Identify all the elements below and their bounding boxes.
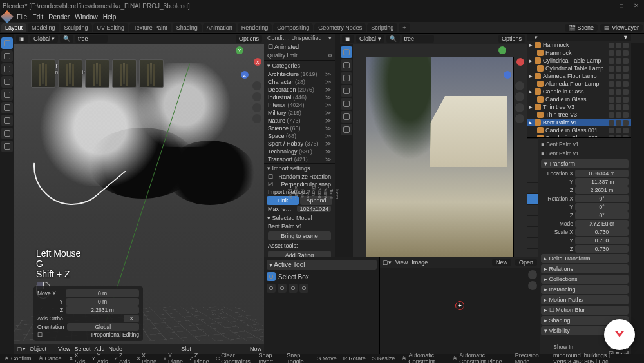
scale-y[interactable]: 0.730 (575, 237, 629, 244)
snap-global[interactable]: Global ▾ (30, 35, 58, 43)
img-zoom-icon[interactable] (528, 270, 537, 279)
tool-transform[interactable] (1, 102, 13, 113)
tool-rotate[interactable] (1, 76, 13, 88)
rtool-measure[interactable] (341, 124, 352, 135)
pan-icon[interactable] (252, 92, 261, 101)
img-open[interactable]: Open (515, 259, 537, 266)
rtool-select[interactable] (341, 46, 352, 58)
outliner-search[interactable] (540, 34, 620, 41)
viewport-filter[interactable] (75, 35, 108, 43)
rtool-rotate[interactable] (341, 85, 352, 97)
viewport-3d[interactable]: ▣ Global ▾ 🔍 Options User Perspective ( (14, 34, 264, 354)
tab-shading[interactable]: Shading (173, 23, 202, 32)
asset-thumb-2[interactable] (58, 59, 82, 88)
sec-motionpaths[interactable]: ▸ Motion Paths (541, 295, 629, 304)
outliner-type-icon[interactable]: ☰▾ (529, 34, 538, 41)
img-new[interactable]: New (492, 259, 511, 266)
ptab-constraints[interactable] (527, 238, 538, 248)
tab-scripting[interactable]: Scripting (367, 23, 397, 32)
footer-add[interactable]: Add (94, 346, 104, 352)
sec-collections[interactable]: ▸ Collections (541, 275, 629, 284)
img-editor-type[interactable]: ▢▾ (383, 259, 392, 266)
nav-gizmo[interactable]: X Y Z (229, 46, 261, 79)
active-tool-header[interactable]: ▾ Active Tool (267, 260, 377, 270)
location-x[interactable]: 0.86344 m (575, 170, 629, 177)
zoom-icon[interactable] (252, 81, 261, 90)
menu-file[interactable]: File (17, 14, 27, 21)
rtool-annotate[interactable] (341, 111, 352, 123)
outliner-row[interactable]: Hammock (527, 49, 631, 57)
select-mode-4[interactable] (299, 284, 308, 293)
select-mode-2[interactable] (278, 284, 287, 293)
tab-texpaint[interactable]: Texture Paint (129, 23, 171, 32)
asset-thumb-3[interactable] (85, 59, 109, 88)
sec-motionblur[interactable]: ▸ ☐ Motion Blur (541, 306, 629, 315)
ptab-viewlayer[interactable] (527, 161, 538, 172)
rotation-x[interactable]: 0° (575, 195, 629, 202)
outliner-row[interactable]: Cylindrical Table Lamp (527, 64, 631, 72)
camera-icon[interactable] (252, 103, 261, 112)
footer-select[interactable]: Select (74, 346, 90, 352)
tool-annotate[interactable] (1, 115, 13, 126)
close-button[interactable]: ✕ (634, 2, 641, 10)
tool-scale[interactable] (1, 89, 13, 101)
asset-thumb-4[interactable] (112, 59, 137, 88)
menu-window[interactable]: Window (75, 14, 98, 21)
outliner-row[interactable]: ▸Candle in Glass (527, 88, 631, 95)
select-mode-1[interactable] (267, 284, 276, 293)
rotation-z[interactable]: 0° (575, 211, 629, 219)
tab-sculpting[interactable]: Sculpting (61, 23, 92, 32)
tab-uv[interactable]: UV Editing (93, 23, 129, 32)
menu-help[interactable]: Help (103, 14, 117, 21)
tool-addcube[interactable] (1, 141, 13, 152)
tab-animation[interactable]: Animation (203, 23, 236, 32)
select-mode-3[interactable] (289, 284, 298, 293)
image-editor[interactable]: ▢▾ View Image New Open (380, 257, 540, 354)
tab-layout[interactable]: Layout (1, 23, 26, 32)
tab-add[interactable]: + (399, 23, 410, 32)
rtool-scale[interactable] (341, 98, 352, 110)
outliner-row[interactable]: ▸Alameda Floor Lamp (527, 72, 631, 80)
rotation-mode[interactable]: XYZ Euler (575, 220, 629, 228)
ptab-physics[interactable] (527, 227, 538, 237)
img-menu-view[interactable]: View (395, 259, 408, 266)
location-y[interactable]: -11.387 m (575, 178, 629, 186)
tab-geonodes[interactable]: Geometry Nodes (314, 23, 366, 32)
filter-icon[interactable]: ▼ (623, 34, 629, 41)
footer-view[interactable]: View (58, 346, 70, 352)
img-pan-icon[interactable] (528, 281, 537, 290)
tab-rendering[interactable]: Rendering (238, 23, 272, 32)
editor-type-icon[interactable]: ▢▾ (17, 346, 26, 352)
outliner-row[interactable]: Candle in Glass (527, 95, 631, 103)
ptab-render[interactable] (527, 139, 538, 150)
outliner-row[interactable]: ▸Thin tree V3 (527, 103, 631, 111)
outliner-row[interactable]: Thin tree V3 (527, 111, 631, 119)
viewport-options[interactable]: Options (236, 35, 262, 43)
outliner-row[interactable]: ▸Cylindrical Table Lamp (527, 57, 631, 64)
search-icon[interactable]: 🔍 (60, 35, 73, 43)
outliner-row-selected[interactable]: ▸Bent Palm v1 (527, 119, 631, 126)
rendered-gizmo[interactable] (492, 46, 524, 79)
menu-render[interactable]: Render (48, 14, 70, 21)
viewport-canvas[interactable]: User Perspective (58) midground_building… (14, 44, 264, 344)
tool-select-box[interactable] (1, 37, 13, 49)
asset-thumb-1[interactable] (31, 59, 55, 88)
rendered-filter[interactable] (402, 35, 434, 43)
outliner-tree[interactable]: ▸Hammock Hammock ▸Cylindrical Table Lamp… (527, 41, 631, 138)
ptab-output[interactable] (527, 150, 538, 161)
footer-node[interactable]: Node (108, 346, 122, 352)
minimize-button[interactable]: — (605, 2, 613, 10)
asset-thumb-5[interactable] (139, 59, 164, 88)
ptab-particles[interactable] (527, 216, 538, 226)
domestika-fab[interactable] (604, 319, 635, 350)
footer-object[interactable]: Object (30, 346, 46, 352)
scale-x[interactable]: 0.730 (575, 228, 629, 236)
outliner-row[interactable]: Candle in Glass.001 (527, 126, 631, 134)
persp-icon[interactable] (252, 114, 261, 123)
ptab-scene[interactable] (527, 172, 538, 182)
viewlayer-selector[interactable]: ▤ViewLayer (600, 24, 643, 32)
tool-move[interactable] (1, 63, 13, 75)
operator-panel[interactable]: Move X0 m Y0 m Z2.2631 m Axis OrthoX Ori… (33, 286, 143, 341)
ptab-object[interactable] (527, 194, 538, 204)
ptab-modifiers[interactable] (527, 205, 538, 215)
